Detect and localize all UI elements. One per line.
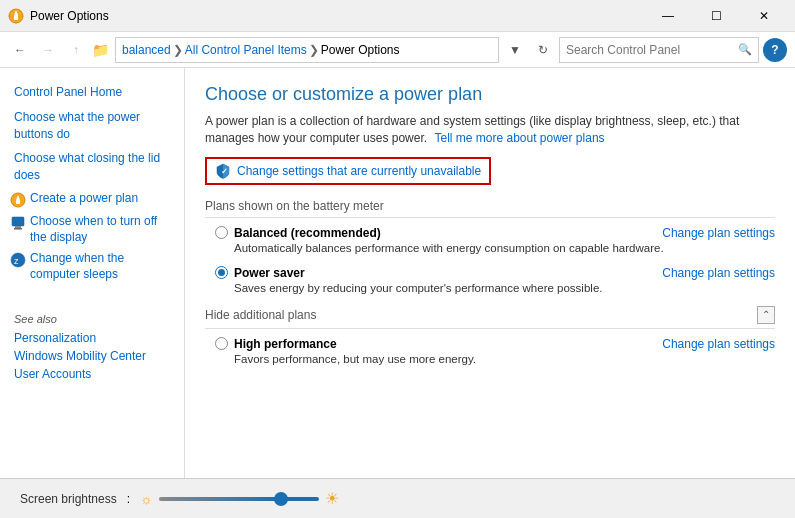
search-input[interactable] xyxy=(566,43,738,57)
forward-button[interactable]: → xyxy=(36,38,60,62)
shield-icon: ✓ xyxy=(215,163,231,179)
sun-icon-large: ☀ xyxy=(325,489,339,508)
path-separator-2: ❯ xyxy=(309,43,319,57)
see-also-title: See also xyxy=(0,305,184,329)
turn-off-display-label: Choose when to turn off the display xyxy=(30,214,174,245)
plan-header-left-power-saver: Power saver xyxy=(215,266,305,280)
sidebar-item-sleep[interactable]: z Change when the computer sleeps xyxy=(0,248,184,285)
radio-balanced[interactable] xyxy=(215,226,228,239)
plan-name-balanced: Balanced (recommended) xyxy=(234,226,381,240)
radio-dot-power-saver xyxy=(218,269,225,276)
svg-rect-8 xyxy=(14,228,22,230)
plan-desc-balanced: Automatically balances performance with … xyxy=(215,242,775,254)
sidebar: Control Panel Home Choose what the power… xyxy=(0,68,185,478)
change-plan-link-power-saver[interactable]: Change plan settings xyxy=(662,266,775,280)
plan-item-power-saver: Power saver Change plan settings Saves e… xyxy=(205,266,775,294)
svg-rect-7 xyxy=(15,226,21,228)
change-plan-link-balanced[interactable]: Change plan settings xyxy=(662,226,775,240)
window-title: Power Options xyxy=(30,9,109,23)
radio-power-saver[interactable] xyxy=(215,266,228,279)
crumb-control-panel[interactable]: balanced xyxy=(122,43,171,57)
plan-header-high-perf: High performance Change plan settings xyxy=(215,337,775,351)
title-bar-left: Power Options xyxy=(8,8,109,24)
hide-plans-label: Hide additional plans xyxy=(205,308,316,322)
plan-desc-high-perf: Favors performance, but may use more ene… xyxy=(215,353,775,365)
path-separator-1: ❯ xyxy=(173,43,183,57)
svg-text:z: z xyxy=(14,256,19,266)
plans-shown-label: Plans shown on the battery meter xyxy=(205,199,775,218)
tell-me-more-link[interactable]: Tell me more about power plans xyxy=(434,131,604,145)
sleep-icon: z xyxy=(10,252,26,268)
sun-icon-small: ☼ xyxy=(140,491,153,507)
plan-header-left-balanced: Balanced (recommended) xyxy=(215,226,381,240)
address-path[interactable]: balanced ❯ All Control Panel Items ❯ Pow… xyxy=(115,37,499,63)
address-bar: ← → ↑ 📁 balanced ❯ All Control Panel Ite… xyxy=(0,32,795,68)
search-box: 🔍 xyxy=(559,37,759,63)
maximize-button[interactable]: ☐ xyxy=(693,1,739,31)
see-also-section: See also Personalization Windows Mobilit… xyxy=(0,305,184,383)
refresh-button[interactable]: ↻ xyxy=(531,38,555,62)
plan-name-power-saver: Power saver xyxy=(234,266,305,280)
content-area: Choose or customize a power plan A power… xyxy=(185,68,795,478)
sidebar-item-closing-lid[interactable]: Choose what closing the lid does xyxy=(0,146,184,188)
title-bar: Power Options — ☐ ✕ xyxy=(0,0,795,32)
collapse-button[interactable]: ⌃ xyxy=(757,306,775,324)
change-plan-link-high-perf[interactable]: Change plan settings xyxy=(662,337,775,351)
svg-rect-5 xyxy=(16,200,20,204)
radio-high-perf[interactable] xyxy=(215,337,228,350)
brightness-label: Screen brightness xyxy=(20,492,117,506)
sidebar-item-create-plan[interactable]: Create a power plan xyxy=(0,188,184,211)
sidebar-item-control-panel-home[interactable]: Control Panel Home xyxy=(0,80,184,105)
app-icon xyxy=(8,8,24,24)
plan-header-left-high-perf: High performance xyxy=(215,337,337,351)
hide-additional-plans-section: Hide additional plans ⌃ xyxy=(205,306,775,329)
display-icon xyxy=(10,215,26,231)
svg-text:✓: ✓ xyxy=(221,167,228,176)
create-plan-label: Create a power plan xyxy=(30,191,138,207)
sidebar-link-personalization[interactable]: Personalization xyxy=(0,329,184,347)
plan-item-high-perf: High performance Change plan settings Fa… xyxy=(205,337,775,365)
brightness-thumb[interactable] xyxy=(274,492,288,506)
svg-rect-6 xyxy=(12,217,24,226)
content-description: A power plan is a collection of hardware… xyxy=(205,113,775,147)
bottom-bar: Screen brightness : ☼ ☀ xyxy=(0,478,795,518)
back-button[interactable]: ← xyxy=(8,38,32,62)
minimize-button[interactable]: — xyxy=(645,1,691,31)
plan-header-balanced: Balanced (recommended) Change plan setti… xyxy=(215,226,775,240)
plan-item-balanced: Balanced (recommended) Change plan setti… xyxy=(205,226,775,254)
main-layout: Control Panel Home Choose what the power… xyxy=(0,68,795,478)
create-plan-icon xyxy=(10,192,26,208)
up-button[interactable]: ↑ xyxy=(64,38,88,62)
dropdown-button[interactable]: ▼ xyxy=(503,38,527,62)
change-settings-button[interactable]: ✓ Change settings that are currently una… xyxy=(205,157,491,185)
help-button[interactable]: ? xyxy=(763,38,787,62)
sleep-label: Change when the computer sleeps xyxy=(30,251,174,282)
sidebar-link-mobility[interactable]: Windows Mobility Center xyxy=(0,347,184,365)
sidebar-item-turn-off-display[interactable]: Choose when to turn off the display xyxy=(0,211,184,248)
sidebar-item-power-buttons[interactable]: Choose what the power buttons do xyxy=(0,105,184,147)
change-settings-label: Change settings that are currently unava… xyxy=(237,164,481,178)
sidebar-link-user-accounts[interactable]: User Accounts xyxy=(0,365,184,383)
plan-desc-power-saver: Saves energy by reducing your computer's… xyxy=(215,282,775,294)
search-icon: 🔍 xyxy=(738,43,752,56)
plan-name-high-perf: High performance xyxy=(234,337,337,351)
crumb-power-options: Power Options xyxy=(321,43,400,57)
brightness-slider-container: ☼ ☀ xyxy=(140,489,339,508)
plan-header-power-saver: Power saver Change plan settings xyxy=(215,266,775,280)
folder-icon: 📁 xyxy=(92,42,109,58)
crumb-all-items[interactable]: All Control Panel Items xyxy=(185,43,307,57)
page-title: Choose or customize a power plan xyxy=(205,84,775,105)
close-button[interactable]: ✕ xyxy=(741,1,787,31)
window-controls: — ☐ ✕ xyxy=(645,1,787,31)
brightness-track xyxy=(159,497,319,501)
svg-rect-2 xyxy=(14,15,18,20)
